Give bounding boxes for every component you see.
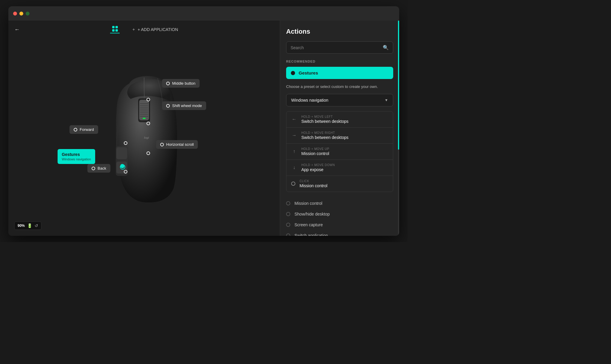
move-right-hint: HOLD + MOVE RIGHT <box>301 131 348 134</box>
gestures-subtitle: Windows navigation <box>62 157 91 161</box>
click-hint: CLICK <box>300 179 327 183</box>
gesture-action-move-down-text: HOLD + MOVE DOWN App expose <box>301 163 335 172</box>
right-panel-scroll[interactable]: Actions 🔍 RECOMMENDED Gestures Choose a … <box>280 21 399 236</box>
horiz-scroll-indicator <box>146 151 150 155</box>
plus-icon: ＋ <box>132 27 136 32</box>
arrow-up-icon: ↑ <box>291 149 297 154</box>
app-window: ← ＋ + ADD APPLICATION <box>8 6 399 236</box>
mouse-svg: logi <box>102 72 186 203</box>
left-panel: ← ＋ + ADD APPLICATION <box>8 21 280 236</box>
click-name: Mission control <box>300 183 327 188</box>
search-box[interactable]: 🔍 <box>286 41 393 54</box>
mouse-area: logi <box>8 38 280 236</box>
gesture-action-move-left-text: HOLD + MOVE LEFT Switch between desktops <box>301 115 348 124</box>
gesture-actions-list: ← HOLD + MOVE LEFT Switch between deskto… <box>286 111 393 192</box>
back-text: Back <box>98 166 106 171</box>
gesture-action-move-left[interactable]: ← HOLD + MOVE LEFT Switch between deskto… <box>286 111 393 128</box>
gesture-action-click-text: CLICK Mission control <box>300 179 327 188</box>
horiz-scroll-text: Horizontal scroll <box>166 142 194 147</box>
battery-bar: 90% 🔋 ↺ <box>14 222 41 230</box>
gestures-label[interactable]: Gestures Windows navigation <box>58 149 95 164</box>
close-button[interactable] <box>13 12 17 16</box>
gesture-action-move-right[interactable]: → HOLD + MOVE RIGHT Switch between deskt… <box>286 128 393 144</box>
mouse-drawing: logi <box>102 72 186 203</box>
back-button[interactable]: ← <box>14 27 20 33</box>
shift-wheel-indicator <box>146 122 150 125</box>
toolbar: ← ＋ + ADD APPLICATION <box>8 21 280 38</box>
apps-icon <box>112 26 118 32</box>
option-screen-capture[interactable]: Screen capture <box>286 219 393 230</box>
arrow-down-icon: ↓ <box>291 165 297 170</box>
option-label-3: Switch application <box>294 233 328 236</box>
gesture-indicator <box>120 164 124 168</box>
svg-rect-12 <box>116 147 127 159</box>
option-radio-3 <box>286 233 290 236</box>
gesture-action-click[interactable]: CLICK Mission control <box>286 176 393 192</box>
move-right-name: Switch between desktops <box>301 135 348 140</box>
battery-percentage: 90% <box>18 224 25 228</box>
option-radio-1 <box>286 212 290 216</box>
app-switcher[interactable] <box>110 26 120 33</box>
move-down-hint: HOLD + MOVE DOWN <box>301 163 335 167</box>
shift-wheel-text: Shift wheel mode <box>172 103 202 108</box>
forward-text: Forward <box>80 127 94 132</box>
forward-label[interactable]: Forward <box>70 125 98 134</box>
move-up-name: Mission control <box>301 151 329 156</box>
right-panel: Actions 🔍 RECOMMENDED Gestures Choose a … <box>280 21 399 236</box>
traffic-lights <box>13 12 30 16</box>
other-options-list: Mission control Show/hide desktop Screen… <box>286 198 393 236</box>
option-label-1: Show/hide desktop <box>294 212 330 216</box>
scrollbar-track <box>398 21 399 236</box>
gesture-action-move-down[interactable]: ↓ HOLD + MOVE DOWN App expose <box>286 160 393 176</box>
gesture-action-move-right-text: HOLD + MOVE RIGHT Switch between desktop… <box>301 131 348 140</box>
gesture-action-move-up[interactable]: ↑ HOLD + MOVE UP Mission control <box>286 144 393 160</box>
move-left-name: Switch between desktops <box>301 119 348 124</box>
gesture-action-move-up-text: HOLD + MOVE UP Mission control <box>301 147 329 156</box>
add-app-label: + ADD APPLICATION <box>138 27 178 32</box>
option-mission-control[interactable]: Mission control <box>286 198 393 209</box>
option-radio-0 <box>286 201 290 205</box>
search-input[interactable] <box>291 45 383 50</box>
preset-description: Choose a preset or select custom to crea… <box>286 84 393 90</box>
horizontal-scroll-label[interactable]: Horizontal scroll <box>156 140 198 149</box>
shift-wheel-label[interactable]: Shift wheel mode <box>162 101 206 110</box>
click-circle-icon <box>291 182 295 186</box>
arrow-left-icon: ← <box>291 117 297 122</box>
option-label-2: Screen capture <box>294 222 323 227</box>
scrollbar-thumb[interactable] <box>398 21 399 150</box>
gestures-item-label: Gestures <box>299 70 318 75</box>
back-label[interactable]: Back <box>87 164 110 173</box>
option-radio-2 <box>286 223 290 227</box>
minimize-button[interactable] <box>19 12 23 16</box>
option-label-0: Mission control <box>294 201 322 206</box>
arrow-right-icon: → <box>291 133 297 138</box>
maximize-button[interactable] <box>26 12 30 16</box>
gestures-title: Gestures <box>62 152 80 157</box>
middle-button-label[interactable]: Middle button <box>162 79 200 88</box>
preset-dropdown[interactable]: Windows navigation ▼ <box>286 94 393 106</box>
gestures-radio <box>291 71 295 75</box>
svg-text:logi: logi <box>144 136 149 139</box>
option-show-hide-desktop[interactable]: Show/hide desktop <box>286 209 393 219</box>
add-application-button[interactable]: ＋ + ADD APPLICATION <box>132 27 178 32</box>
forward-indicator <box>124 141 127 145</box>
app-switcher-underline <box>110 33 120 33</box>
panel-title: Actions <box>286 28 393 35</box>
move-down-name: App expose <box>301 167 335 172</box>
move-up-hint: HOLD + MOVE UP <box>301 147 329 151</box>
svg-rect-10 <box>143 118 146 119</box>
battery-icon: 🔋 <box>27 223 32 228</box>
back-indicator <box>124 170 127 174</box>
sync-icon: ↺ <box>35 223 38 228</box>
option-switch-application[interactable]: Switch application <box>286 230 393 236</box>
chevron-down-icon: ▼ <box>385 98 388 102</box>
title-bar <box>8 6 399 21</box>
middle-button-text: Middle button <box>172 81 195 86</box>
main-layout: ← ＋ + ADD APPLICATION <box>8 21 399 236</box>
recommended-label: RECOMMENDED <box>286 60 393 63</box>
search-icon: 🔍 <box>383 45 389 50</box>
gestures-option[interactable]: Gestures <box>286 67 393 79</box>
middle-btn-indicator <box>146 98 150 101</box>
move-left-hint: HOLD + MOVE LEFT <box>301 115 348 118</box>
dropdown-selected-value: Windows navigation <box>291 98 328 103</box>
